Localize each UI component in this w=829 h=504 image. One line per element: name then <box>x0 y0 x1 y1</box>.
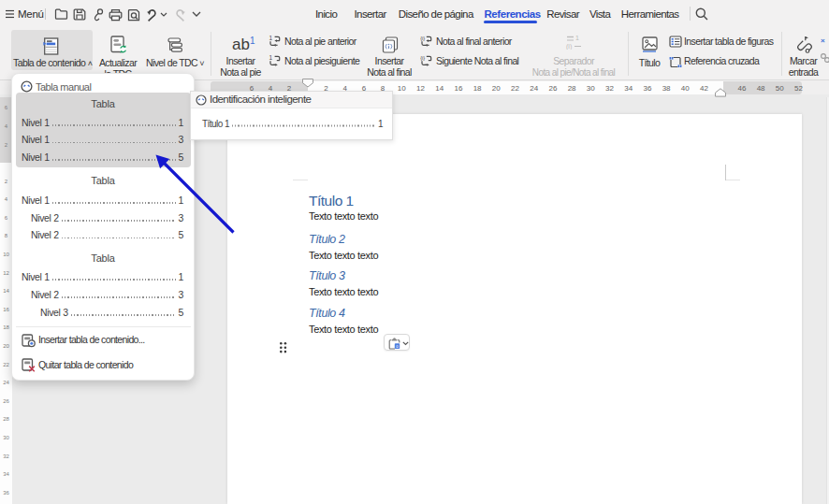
svg-text:{i}: {i} <box>420 36 425 41</box>
svg-text:{i}: {i} <box>420 55 425 61</box>
svg-text:(i): (i) <box>566 43 572 50</box>
svg-text:1: 1 <box>575 35 579 41</box>
svg-text:1: 1 <box>269 54 273 61</box>
svg-text:×: × <box>821 36 825 45</box>
svg-text:1: 1 <box>269 35 273 41</box>
